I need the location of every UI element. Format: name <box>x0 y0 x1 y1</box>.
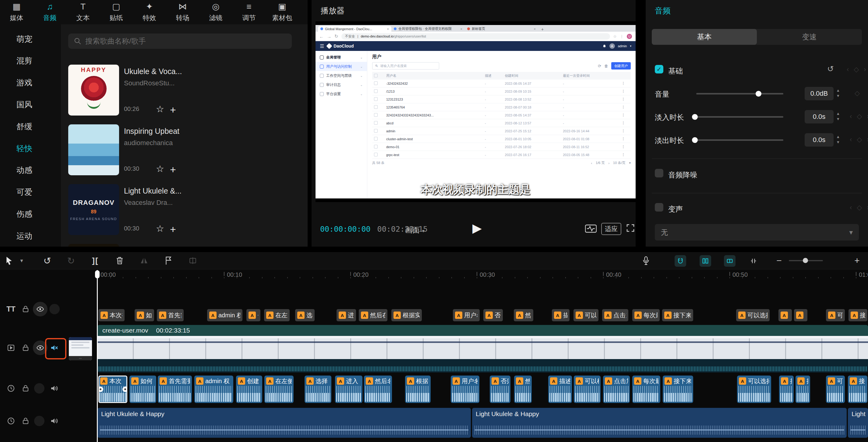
speaker-icon[interactable] <box>47 414 62 428</box>
audio-clip[interactable]: A接 <box>779 376 794 403</box>
freeze-frame-tool[interactable] <box>185 252 200 269</box>
pointer-tool[interactable] <box>3 252 15 269</box>
text-clip[interactable]: A然后在右 <box>359 309 388 321</box>
category-item[interactable]: 萌宠 <box>0 30 49 48</box>
lock-icon[interactable] <box>18 341 33 355</box>
audio-clip[interactable]: A首先需要 <box>158 376 192 403</box>
play-button[interactable]: ▶ <box>472 221 482 235</box>
audio-clip[interactable]: A每次最多 <box>632 376 660 403</box>
text-clip[interactable]: Aadmin 权限 <box>207 309 242 321</box>
text-clip[interactable]: A接 <box>778 309 792 321</box>
category-item[interactable]: 混剪 <box>0 52 49 70</box>
toolbar-item-media[interactable]: ▦媒体 <box>0 0 33 24</box>
text-clip[interactable]: A用户名2 <box>453 309 480 321</box>
fade-out-stepper[interactable]: ▴▾ <box>837 134 839 145</box>
reset-icon[interactable]: ↺ <box>827 64 834 74</box>
audio-clip[interactable]: A根据 <box>405 376 431 403</box>
favorite-star-icon[interactable]: ☆ <box>156 104 164 114</box>
fade-in-slider[interactable] <box>694 116 783 118</box>
audio-clip[interactable]: A接 <box>796 376 810 403</box>
volume-slider[interactable] <box>696 93 783 94</box>
music-list-item[interactable]: DRAGANOV89FRESH ARENA SOUNDLight Ukulele… <box>68 184 183 235</box>
audio-clip[interactable]: A接 <box>848 376 867 403</box>
redo-button[interactable]: ↻ <box>64 252 78 269</box>
audio-clip[interactable]: A描述 <box>548 376 572 403</box>
text-clip[interactable]: A然后 <box>514 309 533 321</box>
text-clip[interactable]: A选择 <box>295 309 315 321</box>
pointer-tool-chevron[interactable]: ▾ <box>17 252 26 269</box>
text-clip[interactable]: A可以 <box>826 309 845 321</box>
fade-out-slider-thumb[interactable] <box>692 137 698 143</box>
volume-stepper[interactable]: ▴▾ <box>837 87 839 98</box>
audio-clip[interactable]: A点击加 <box>603 376 630 403</box>
zoom-slider-thumb[interactable] <box>803 258 808 263</box>
zoom-in-button[interactable]: + <box>851 252 863 269</box>
auto-ripple-toggle[interactable] <box>700 255 711 267</box>
voice-effect-dropdown[interactable]: 无▾ <box>655 224 859 240</box>
music-list-item[interactable]: Inspiring Upbeataudiomechanica00:30☆+ <box>68 124 183 175</box>
category-item[interactable]: 动感 <box>0 161 49 180</box>
video-clip-filmstrip[interactable] <box>97 336 868 359</box>
linked-selection-toggle[interactable] <box>724 255 736 267</box>
audio-clip[interactable]: A在左侧 <box>265 376 293 403</box>
music-search-input[interactable]: 搜索歌曲名称/歌手 <box>68 33 292 49</box>
audio-clip[interactable]: A可以 <box>826 376 845 403</box>
music-clip[interactable]: Light Ukulele & Happy <box>472 408 847 438</box>
audio-clip[interactable]: A本次 <box>98 376 127 403</box>
text-clip[interactable]: A根据实际 <box>391 309 422 321</box>
music-clip[interactable]: Light <box>848 408 868 438</box>
split-tool[interactable]: ][ <box>88 252 103 269</box>
lock-icon[interactable] <box>18 302 33 316</box>
text-clip[interactable]: A描述 <box>552 309 569 321</box>
playhead-handle[interactable] <box>95 270 100 278</box>
fade-in-value[interactable]: 0.0s <box>805 110 834 123</box>
music-list-item[interactable]: HAPPYUkulele & Voca...SoundRoseStu...00:… <box>68 65 183 116</box>
volume-slider-thumb[interactable] <box>755 91 762 97</box>
text-clip[interactable]: A否则 <box>483 309 503 321</box>
mirror-tool[interactable] <box>136 252 152 269</box>
preview-axis-toggle[interactable] <box>748 255 759 267</box>
audio-clip[interactable]: A选择 <box>305 376 331 403</box>
aspect-ratio-dropdown[interactable]: 画面▾ <box>405 225 425 235</box>
volume-value[interactable]: 0.0dB <box>805 87 834 100</box>
playhead[interactable] <box>97 270 98 442</box>
category-item[interactable]: 游戏 <box>0 74 49 92</box>
audio-clip[interactable]: A然 <box>514 376 532 403</box>
audio-clip[interactable]: A然后名 <box>364 376 392 403</box>
fade-in-slider-thumb[interactable] <box>692 114 698 120</box>
text-clip[interactable]: A可以选择首 <box>736 309 770 321</box>
toolbar-item-sticker[interactable]: ▢贴纸 <box>100 0 133 24</box>
video-preview[interactable]: Global Mangement - DaoClou...×全局管理权限包 · … <box>315 21 636 202</box>
audio-clip[interactable]: A进入 <box>335 376 363 403</box>
category-item[interactable]: 轻快 <box>0 139 49 157</box>
text-clip[interactable]: A可以根 <box>574 309 598 321</box>
toolbar-item-adjust[interactable]: ≡调节 <box>232 0 266 24</box>
audio-clip[interactable]: A用户名 <box>451 376 479 403</box>
add-to-timeline-icon[interactable]: + <box>170 105 176 114</box>
undo-button[interactable]: ↺ <box>40 252 54 269</box>
fullscreen-icon[interactable] <box>626 224 635 233</box>
category-item[interactable]: 舒缓 <box>0 117 49 136</box>
magnet-snap-toggle[interactable] <box>675 255 686 267</box>
tab-basic[interactable]: 基本 <box>652 29 757 45</box>
favorite-star-icon[interactable]: ☆ <box>156 223 164 234</box>
fade-in-stepper[interactable]: ▴▾ <box>837 111 839 122</box>
toolbar-item-filter[interactable]: ◎滤镜 <box>199 0 232 24</box>
video-clip-label[interactable]: create-user.mov 00:02:33:15 <box>97 325 868 336</box>
audio-clip[interactable]: A可以选择 <box>737 376 771 403</box>
text-clip[interactable]: A每次最多 <box>632 309 660 321</box>
flag-marker-tool[interactable] <box>161 252 176 269</box>
favorite-star-icon[interactable]: ☆ <box>156 164 164 174</box>
category-item[interactable]: 国风 <box>0 95 49 114</box>
toolbar-item-audio[interactable]: ♫音频 <box>33 0 66 24</box>
speaker-icon[interactable] <box>47 381 62 396</box>
lock-icon[interactable] <box>18 381 33 396</box>
text-clip[interactable]: A接 <box>848 309 867 321</box>
record-voiceover-button[interactable] <box>639 252 653 269</box>
text-clip[interactable]: A进入 <box>337 309 356 321</box>
audio-clip[interactable]: A可以根 <box>574 376 600 403</box>
fade-out-value[interactable]: 0.0s <box>805 133 834 147</box>
text-clip[interactable]: A在左侧菜 <box>264 309 290 321</box>
preview-quality-icon[interactable] <box>585 224 597 233</box>
add-to-timeline-icon[interactable]: + <box>170 165 176 174</box>
